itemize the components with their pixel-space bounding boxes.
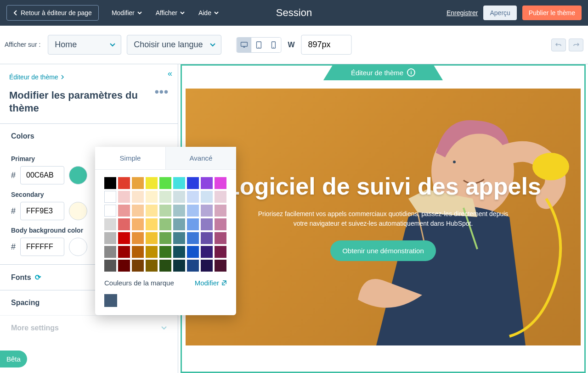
color-swatch[interactable] — [187, 260, 199, 272]
color-swatch[interactable] — [201, 191, 213, 203]
color-swatch[interactable] — [159, 232, 171, 244]
color-swatch[interactable] — [159, 246, 171, 258]
color-swatch[interactable] — [146, 205, 158, 217]
secondary-color-input[interactable] — [20, 202, 64, 220]
color-swatch[interactable] — [104, 232, 116, 244]
color-swatch[interactable] — [104, 205, 116, 217]
color-swatch[interactable] — [173, 260, 185, 272]
width-input[interactable] — [301, 35, 352, 55]
save-link[interactable]: Enregistrer — [447, 9, 478, 17]
brand-color-swatch[interactable] — [104, 294, 117, 307]
color-swatch[interactable] — [118, 191, 130, 203]
color-swatch[interactable] — [132, 218, 144, 230]
color-swatch[interactable] — [132, 232, 144, 244]
undo-button[interactable] — [551, 39, 566, 51]
color-swatch[interactable] — [173, 177, 185, 189]
color-swatch[interactable] — [215, 191, 226, 203]
menu-aide[interactable]: Aide — [198, 9, 219, 17]
color-swatch[interactable] — [132, 246, 144, 258]
beta-badge[interactable]: Bêta — [0, 351, 27, 367]
more-menu-icon[interactable]: ••• — [155, 89, 169, 95]
color-swatch[interactable] — [187, 218, 199, 230]
color-swatch[interactable] — [118, 177, 130, 189]
color-swatch[interactable] — [187, 232, 199, 244]
color-swatch[interactable] — [215, 205, 226, 217]
color-swatch[interactable] — [201, 232, 213, 244]
color-swatch[interactable] — [132, 260, 144, 272]
color-swatch[interactable] — [201, 177, 213, 189]
section-more-header[interactable]: More settings — [0, 315, 178, 340]
color-swatch[interactable] — [173, 205, 185, 217]
color-swatch[interactable] — [173, 218, 185, 230]
toolbar-right — [551, 39, 583, 51]
color-swatch[interactable] — [215, 246, 226, 258]
bodybg-color-input[interactable] — [20, 238, 64, 256]
device-tablet[interactable] — [251, 38, 266, 52]
color-swatch[interactable] — [173, 246, 185, 258]
color-swatch[interactable] — [104, 191, 116, 203]
language-select-value: Choisir une langue — [134, 40, 203, 49]
language-select[interactable]: Choisir une langue — [127, 35, 221, 55]
color-swatch[interactable] — [215, 260, 226, 272]
color-swatch[interactable] — [215, 218, 226, 230]
color-swatch[interactable] — [159, 177, 171, 189]
primary-color-input[interactable] — [20, 166, 64, 184]
device-desktop[interactable] — [237, 38, 251, 52]
color-swatch[interactable] — [104, 177, 116, 189]
color-swatch[interactable] — [132, 191, 144, 203]
color-swatch[interactable] — [146, 260, 158, 272]
redo-button[interactable] — [569, 39, 583, 51]
color-swatch[interactable] — [146, 177, 158, 189]
preview-button[interactable]: Aperçu — [483, 6, 516, 20]
color-swatch[interactable] — [118, 205, 130, 217]
menu-afficher[interactable]: Afficher — [156, 9, 185, 17]
info-icon[interactable]: i — [407, 68, 415, 77]
color-swatch[interactable] — [215, 177, 226, 189]
color-swatch[interactable] — [159, 218, 171, 230]
device-mobile[interactable] — [266, 38, 281, 52]
section-colors-header[interactable]: Colors — [0, 123, 178, 149]
color-swatch[interactable] — [132, 177, 144, 189]
collapse-sidebar-icon[interactable]: « — [168, 69, 172, 78]
bodybg-color-swatch[interactable] — [69, 238, 87, 256]
color-swatch[interactable] — [215, 232, 226, 244]
color-swatch[interactable] — [159, 205, 171, 217]
page-select[interactable]: Home — [48, 35, 121, 55]
brand-edit-link[interactable]: Modifier — [195, 279, 227, 287]
color-swatch[interactable] — [201, 218, 213, 230]
color-swatch[interactable] — [187, 177, 199, 189]
color-swatch[interactable] — [159, 191, 171, 203]
color-swatch[interactable] — [118, 218, 130, 230]
color-swatch[interactable] — [159, 260, 171, 272]
color-swatch[interactable] — [104, 218, 116, 230]
primary-color-swatch[interactable] — [69, 166, 87, 184]
back-button[interactable]: Retour à éditeur de page — [6, 5, 99, 21]
color-swatch[interactable] — [173, 232, 185, 244]
color-swatch[interactable] — [187, 246, 199, 258]
tab-simple[interactable]: Simple — [95, 147, 166, 169]
color-swatch[interactable] — [118, 246, 130, 258]
color-swatch[interactable] — [146, 232, 158, 244]
publish-button[interactable]: Publier le thème — [522, 6, 582, 20]
redo-icon — [572, 42, 580, 48]
color-swatch[interactable] — [132, 205, 144, 217]
external-link-icon — [221, 280, 227, 286]
color-swatch[interactable] — [187, 205, 199, 217]
color-swatch[interactable] — [146, 191, 158, 203]
breadcrumb[interactable]: Éditeur de thème — [0, 64, 178, 85]
color-swatch[interactable] — [173, 191, 185, 203]
tab-advanced[interactable]: Avancé — [166, 147, 236, 169]
color-swatch[interactable] — [201, 246, 213, 258]
color-swatch[interactable] — [118, 232, 130, 244]
color-swatch[interactable] — [146, 218, 158, 230]
secondary-color-swatch[interactable] — [69, 202, 87, 220]
menu-modifier[interactable]: Modifier — [112, 9, 142, 17]
color-swatch[interactable] — [146, 246, 158, 258]
color-swatch[interactable] — [104, 246, 116, 258]
color-swatch[interactable] — [201, 205, 213, 217]
color-swatch[interactable] — [201, 260, 213, 272]
color-swatch[interactable] — [118, 260, 130, 272]
hero-cta-button[interactable]: Obtenir une démonstration — [330, 240, 436, 261]
color-swatch[interactable] — [104, 260, 116, 272]
color-swatch[interactable] — [187, 191, 199, 203]
